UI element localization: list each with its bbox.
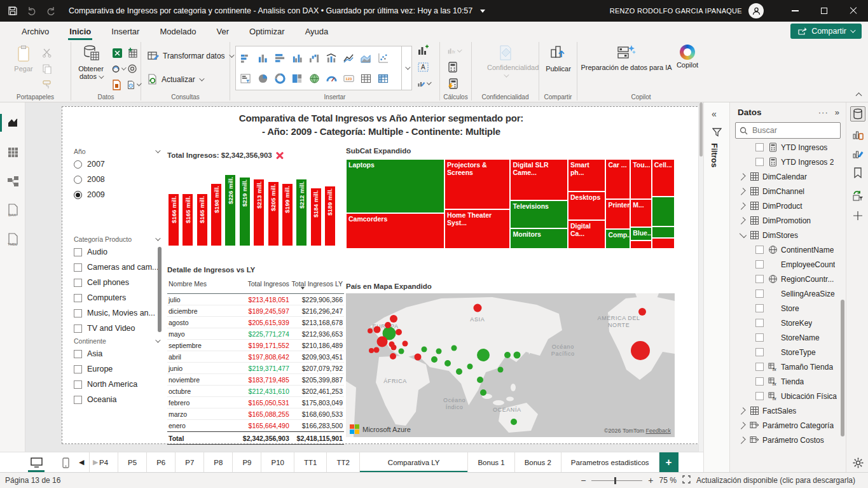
page-tab-tt1[interactable]: TT1 [294, 452, 327, 473]
slicer-continente[interactable]: ContinenteAsiaEuropeNorth AmericaOceania [74, 336, 159, 407]
table-header-row[interactable]: Nombre MesTotal IngresosTotal Ingresos L… [167, 278, 344, 294]
treemap-tile-digital-slr-came[interactable]: Digital SLR Came... [510, 159, 567, 200]
model-view-icon[interactable] [0, 170, 25, 193]
treemap-tile-blue[interactable]: Blue... [630, 227, 652, 241]
visual-treemap-icon[interactable] [289, 68, 306, 88]
bar-septiembre[interactable]: $199 mill. [282, 184, 293, 246]
page-tab-p6[interactable]: P6 [147, 452, 176, 473]
map-bubble-green[interactable] [456, 368, 462, 375]
bar-marzo[interactable]: $165 mill. [197, 194, 207, 246]
map-bubble-green[interactable] [511, 419, 517, 425]
fields-scrollbar-thumb[interactable] [841, 300, 844, 436]
bar-julio[interactable]: $213 mill. [254, 179, 264, 246]
field-item-regioncountr[interactable]: RegionCountr... [730, 272, 846, 286]
slicer-option-asia[interactable]: Asia [74, 346, 159, 361]
excel-workbook-icon[interactable] [112, 47, 125, 59]
refresh-button[interactable]: Actualizar [148, 74, 203, 85]
map-bubble-green[interactable] [451, 345, 457, 351]
checkbox-icon[interactable] [74, 309, 82, 317]
field-item-dimstores[interactable]: DimStores [730, 228, 846, 242]
table-view-icon[interactable] [0, 141, 25, 164]
cut-icon[interactable] [42, 47, 55, 59]
quick-measure-icon[interactable] [448, 78, 460, 90]
field-checkbox-icon[interactable] [755, 333, 764, 342]
radio-selected-icon[interactable] [74, 191, 82, 199]
table-row[interactable]: abril$197,808,642$209,903,451 [167, 351, 344, 363]
more-elements-icon[interactable] [417, 78, 430, 89]
bookmarks-icon[interactable] [850, 165, 865, 180]
visual-scatter-chart-icon[interactable] [375, 48, 392, 68]
treemap-tile-printer[interactable]: Printer... [605, 199, 630, 229]
field-item-storetype[interactable]: StoreType [730, 345, 846, 359]
new-page-button[interactable]: + [659, 452, 679, 473]
radio-unselected-icon[interactable] [74, 176, 82, 184]
map-feedback-link[interactable]: Feedback [645, 428, 671, 434]
user-avatar[interactable] [748, 3, 764, 18]
visual-column-chart-icon[interactable] [254, 48, 272, 68]
visual-table[interactable]: Detalle de Ingresos vs LY Nombre MesTota… [167, 266, 345, 445]
minimize-button[interactable] [780, 0, 809, 22]
visual-area-chart-icon[interactable] [357, 48, 375, 68]
redo-icon[interactable] [45, 4, 57, 17]
page-tab-comparativa-ly[interactable]: Comparativa LY [360, 452, 469, 473]
chevron-down-icon[interactable] [155, 148, 160, 153]
checkbox-icon[interactable] [74, 324, 82, 333]
page-tab-tt2[interactable]: TT2 [327, 452, 359, 473]
format-visual-icon[interactable] [850, 146, 865, 161]
visual-map-icon[interactable] [306, 68, 323, 88]
visual-donut-chart-icon[interactable] [272, 68, 289, 88]
collapse-fields-icon[interactable]: » [835, 108, 839, 117]
new-column-icon[interactable]: fx [448, 45, 460, 57]
treemap-tile[interactable] [630, 241, 652, 249]
page-tab-p7[interactable]: P7 [176, 452, 204, 473]
zoom-level[interactable]: 75 % [659, 476, 677, 485]
map-bubble-green[interactable] [444, 360, 451, 366]
field-item-storename[interactable]: StoreName [730, 330, 846, 345]
map-bubble-green[interactable] [399, 348, 404, 354]
build-visual-icon[interactable] [850, 127, 865, 142]
field-item-dimchannel[interactable]: DimChannel [730, 184, 846, 199]
canvas-scrollbar-thumb[interactable] [699, 102, 703, 157]
treemap-tile-comp[interactable]: Comp... [605, 229, 630, 249]
field-checkbox-icon[interactable] [755, 304, 764, 312]
page-tab-p10[interactable]: P10 [261, 452, 294, 473]
map-bubble-green[interactable] [467, 364, 472, 370]
table-row[interactable]: febrero$165,050,531$175,803,049 [167, 397, 344, 408]
menu-tab-archivo[interactable]: Archivo [11, 22, 59, 41]
map-bubble-red[interactable] [391, 344, 397, 350]
dax-query-view-icon[interactable]: DAX [0, 199, 25, 222]
field-item-store[interactable]: Store [730, 301, 846, 316]
slicer-option-cell-phones[interactable]: Cell phones [74, 275, 159, 290]
chevron-right-icon[interactable] [738, 422, 745, 429]
field-item-sellingareasize[interactable]: SellingAreaSize [730, 286, 846, 301]
slicer-scrollbar-thumb[interactable] [158, 247, 162, 332]
zoom-slider[interactable] [591, 480, 642, 481]
map-bubble-green[interactable] [504, 352, 511, 358]
table-row[interactable]: marzo$165,088,255$168,690,533 [167, 408, 344, 420]
table-row[interactable]: julio$213,418,051$229,906,366 [167, 294, 344, 305]
field-checkbox-icon[interactable] [755, 260, 764, 268]
table-row[interactable]: agosto$205,615,939$213,168,678 [167, 317, 344, 328]
map-bubble-red[interactable] [374, 347, 380, 352]
treemap-tile-cell[interactable]: Cell... [652, 159, 675, 197]
add-pane-icon[interactable] [850, 208, 865, 223]
treemap-tile-televisions[interactable]: Televisions [510, 200, 567, 228]
map-bubble-red[interactable] [402, 340, 408, 346]
chevron-right-icon[interactable] [738, 217, 745, 224]
field-item-par-metro-categor-a[interactable]: Parámetro Categoría [730, 418, 846, 433]
field-item-continentname[interactable]: ContinentName [730, 242, 846, 257]
tmdl-view-icon[interactable]: TMDL [0, 228, 25, 251]
checkbox-icon[interactable] [74, 263, 82, 272]
desktop-layout-icon[interactable] [27, 455, 46, 470]
menu-tab-modelado[interactable]: Modelado [149, 22, 206, 41]
slicer-option-cameras-and-cam[interactable]: Cameras and cam... [74, 260, 159, 275]
slicer-option-2009[interactable]: 2009 [74, 187, 159, 202]
page-tab-p8[interactable]: P8 [204, 452, 233, 473]
publish-button[interactable]: Publicar [540, 45, 577, 73]
visual-map[interactable]: País en Mapa Expandido [346, 282, 676, 438]
update-available-link[interactable]: Actualización disponible (clic para desc… [696, 476, 855, 485]
treemap-tile-tou[interactable]: Tou... [630, 159, 652, 199]
slicer-option-computers[interactable]: Computers [74, 290, 159, 305]
more-options-icon[interactable]: ··· [818, 108, 829, 117]
slicer-option-2007[interactable]: 2007 [74, 157, 159, 172]
